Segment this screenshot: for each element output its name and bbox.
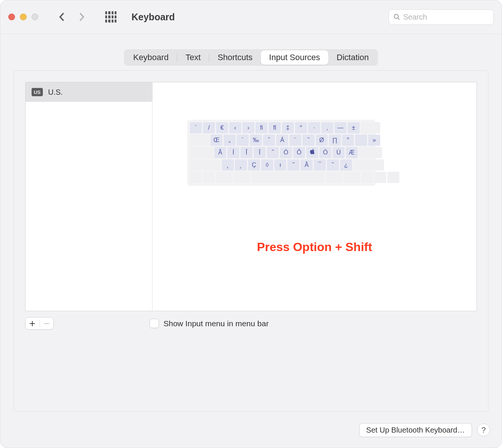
window-title: Keyboard (132, 12, 175, 23)
window-controls (8, 14, 38, 20)
key: » (368, 135, 380, 146)
key (361, 172, 373, 183)
key: ‚ (321, 122, 333, 133)
key: ¨ (289, 135, 301, 146)
search-input[interactable] (403, 13, 489, 21)
key (190, 135, 209, 146)
key: › (242, 122, 254, 133)
content-panel: US U.S. `/€‹›ﬁﬂ‡°·‚—±Œ„´‰ˇÁ¨ˆØ∏″»ÅÍÎÏ˝ÓÔ… (14, 70, 488, 412)
tab-segmented-control: Keyboard Text Shortcuts Input Sources Di… (124, 49, 378, 66)
minus-icon (44, 321, 50, 327)
nav-buttons (57, 12, 86, 21)
keyboard-viewer: `/€‹›ﬁﬂ‡°·‚—±Œ„´‰ˇÁ¨ˆØ∏″»ÅÍÎÏ˝ÓÔÒÚÆ¸˛Ç◊ı… (187, 120, 375, 185)
key: ‹ (229, 122, 241, 133)
key: / (203, 122, 215, 133)
input-sources-list: US U.S. (26, 82, 153, 311)
key: Ç (248, 159, 260, 171)
key (306, 147, 318, 158)
list-item-label: U.S. (48, 88, 63, 97)
tab-shortcuts[interactable]: Shortcuts (209, 50, 261, 65)
key: ` (190, 122, 202, 133)
key (374, 172, 386, 183)
tab-text[interactable]: Text (177, 50, 209, 65)
key: „ (224, 135, 236, 146)
key: Á (276, 135, 288, 146)
key (387, 172, 399, 183)
show-input-menu-checkbox[interactable] (150, 319, 159, 328)
show-input-menu-label: Show Input menu in menu bar (163, 319, 269, 328)
us-flag-icon: US (32, 88, 43, 96)
keyboard-preview-area: `/€‹›ﬁﬂ‡°·‚—±Œ„´‰ˇÁ¨ˆØ∏″»ÅÍÎÏ˝ÓÔÒÚÆ¸˛Ç◊ı… (153, 82, 476, 311)
key: Ô (293, 147, 305, 158)
key: Å (214, 147, 226, 158)
back-button[interactable] (57, 12, 66, 21)
instruction-overlay: Press Option + Shift (153, 240, 476, 254)
add-input-source-button[interactable] (26, 318, 39, 329)
key: ∏ (329, 135, 341, 146)
keyboard-row: `/€‹›ﬁﬂ‡°·‚—± (190, 122, 373, 133)
below-split-row: Show Input menu in menu bar (25, 311, 477, 330)
list-item[interactable]: US U.S. (26, 82, 152, 102)
key: ﬁ (256, 122, 268, 133)
forward-button (77, 12, 86, 21)
key (361, 122, 380, 133)
key: ˘ (327, 159, 339, 171)
key (190, 147, 213, 158)
key: Í (227, 147, 239, 158)
minimize-window-button[interactable] (20, 14, 27, 20)
key (355, 135, 367, 146)
key: ° (295, 122, 307, 133)
key: Ø (316, 135, 328, 146)
svg-point-0 (394, 14, 398, 18)
key (359, 147, 382, 158)
key: ‡ (282, 122, 294, 133)
keyboard-row: ÅÍÎÏ˝ÓÔÒÚÆ (190, 147, 373, 158)
key: ˇ (263, 135, 275, 146)
key: · (308, 122, 320, 133)
close-window-button[interactable] (8, 14, 15, 20)
key: ± (348, 122, 360, 133)
setup-bluetooth-button[interactable]: Set Up Bluetooth Keyboard… (359, 423, 472, 437)
tab-keyboard[interactable]: Keyboard (125, 50, 177, 65)
search-icon (393, 13, 400, 21)
key: Æ (346, 147, 358, 158)
key (216, 172, 233, 183)
key: Ï (254, 147, 266, 158)
key (234, 172, 250, 183)
split-view: US U.S. `/€‹›ﬁﬂ‡°·‚—±Œ„´‰ˇÁ¨ˆØ∏″»ÅÍÎÏ˝ÓÔ… (25, 82, 477, 311)
svg-line-1 (398, 18, 399, 20)
key: ◊ (261, 159, 273, 171)
keyboard-row (190, 172, 373, 183)
key (326, 172, 342, 183)
show-input-menu-row: Show Input menu in menu bar (150, 319, 269, 328)
key (353, 159, 384, 171)
key: ´ (237, 135, 249, 146)
search-field[interactable] (389, 9, 494, 25)
key (190, 159, 221, 171)
key: Ú (333, 147, 345, 158)
keyboard-row: Œ„´‰ˇÁ¨ˆØ∏″» (190, 135, 373, 146)
zoom-window-button-disabled (32, 14, 38, 20)
tab-input-sources[interactable]: Input Sources (261, 50, 328, 65)
preferences-window: Keyboard Keyboard Text Shortcuts Input S… (0, 0, 502, 448)
key: ¿ (340, 159, 352, 171)
plus-icon (29, 321, 35, 327)
key: ¸ (222, 159, 234, 171)
key: ″ (342, 135, 354, 146)
footer: Set Up Bluetooth Keyboard… ? (0, 412, 502, 448)
key (343, 172, 360, 183)
help-button[interactable]: ? (477, 424, 490, 436)
show-all-button[interactable] (105, 11, 116, 23)
key (190, 172, 202, 183)
keyboard-row: ¸˛Ç◊ı˜Â¯˘¿ (190, 159, 373, 171)
apple-logo-icon (310, 148, 315, 154)
key: Œ (210, 135, 222, 146)
key: Ó (280, 147, 292, 158)
key: ﬂ (269, 122, 281, 133)
toolbar: Keyboard (0, 0, 502, 34)
key: ¯ (314, 159, 326, 171)
key: Â (301, 159, 313, 171)
key: € (216, 122, 228, 133)
tab-dictation[interactable]: Dictation (328, 50, 377, 65)
add-remove-control (25, 317, 54, 330)
